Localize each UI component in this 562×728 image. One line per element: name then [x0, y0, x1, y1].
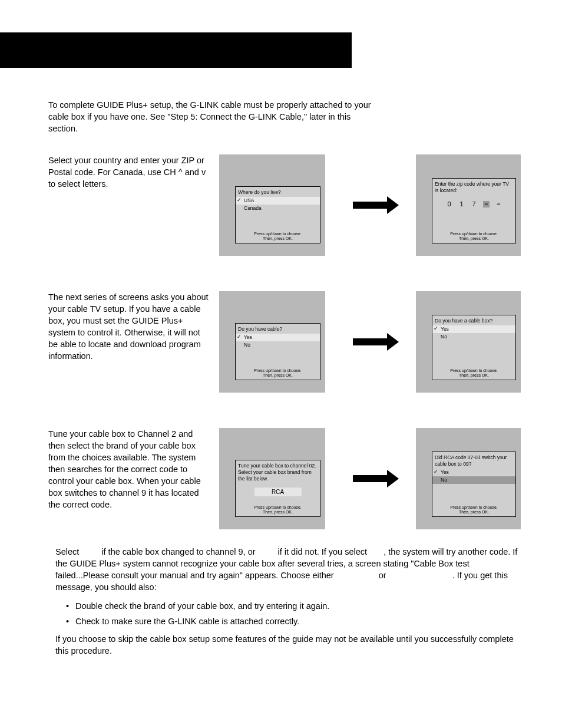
option-no[interactable]: No: [432, 476, 515, 484]
foot-line1: Press up/down to choose.: [236, 232, 320, 236]
screen-have-cablebox: Do you have a cable box? ✓Yes No Press u…: [416, 291, 521, 393]
option-no[interactable]: No: [236, 341, 320, 349]
check-icon: ✓: [434, 469, 438, 475]
step1-screens: Where do you live? ✓USA Canada Press up/…: [219, 154, 521, 256]
dialog-footer: Press up/down to choose. Then, press OK.: [432, 505, 515, 515]
dialog-zipcode: Enter the zip code where your TV is loca…: [432, 178, 516, 243]
foot-line1: Press up/down to choose.: [236, 505, 320, 510]
t: if the cable box changed to channel 9, o…: [101, 547, 255, 556]
screen-code-test: Did RCA code 07-03 switch your cable box…: [416, 428, 521, 529]
zip-digits[interactable]: 0 1 7 = =: [432, 195, 515, 207]
dialog-footer: Press up/down to choose. Then, press OK.: [236, 505, 320, 515]
dialog-footer: Press up/down to choose. Then, press OK.: [432, 368, 515, 378]
final-paragraph: If you choose to skip the cable box setu…: [55, 633, 521, 657]
arrow-right-icon: [353, 338, 388, 345]
foot-line1: Press up/down to choose.: [236, 368, 320, 373]
dialog-question: Do you have a cable box?: [432, 315, 515, 325]
bullet-2: Check to make sure the G-LINK cable is a…: [55, 615, 521, 627]
screen-tune-brand: Tune your cable box to channel 02. Selec…: [219, 428, 325, 529]
screen-have-cable: Do you have cable? ✓Yes No Press up/down…: [219, 291, 325, 393]
option-label: Yes: [441, 469, 449, 475]
arrow-right-icon: [353, 475, 388, 482]
arrow-cell: [325, 202, 416, 209]
dialog-have-cable: Do you have cable? ✓Yes No Press up/down…: [235, 323, 320, 380]
dialog-footer: Press up/down to choose. Then, press OK.: [236, 368, 320, 378]
option-label: No: [441, 334, 447, 340]
option-yes[interactable]: ✓Yes: [432, 325, 515, 333]
step-row-3: Tune your cable box to Channel 2 and the…: [48, 428, 521, 529]
t: or: [379, 571, 386, 580]
body-content: To complete GUIDE Plus+ setup, the G-LIN…: [48, 99, 521, 664]
option-yes[interactable]: ✓Yes: [236, 334, 320, 341]
dialog-question: Enter the zip code where your TV is loca…: [432, 179, 515, 195]
step2-text: The next series of screens asks you abou…: [48, 291, 219, 362]
dialog-footer: Press up/down to choose. Then, press OK.: [236, 232, 320, 241]
dialog-footer: Press up/down to choose. Then, press OK.: [432, 232, 515, 241]
foot-line2: Then, press OK.: [432, 236, 515, 241]
option-label: Canada: [244, 205, 262, 211]
zip-d5: =: [495, 201, 502, 207]
option-canada[interactable]: Canada: [236, 205, 320, 212]
bottom-section: Select if the cable box changed to chann…: [55, 546, 521, 657]
foot-line2: Then, press OK.: [236, 373, 320, 378]
dialog-country: Where do you live? ✓USA Canada Press up/…: [235, 186, 320, 243]
dialog-have-cablebox: Do you have a cable box? ✓Yes No Press u…: [432, 315, 516, 380]
dialog-question: Where do you live?: [236, 187, 320, 197]
foot-line1: Press up/down to choose.: [432, 368, 515, 373]
brand-option[interactable]: RCA: [254, 487, 302, 497]
dialog-tune-brand: Tune your cable box to channel 02. Selec…: [235, 460, 320, 517]
option-yes[interactable]: ✓Yes: [432, 469, 515, 476]
option-label: Yes: [441, 326, 449, 332]
bullet-1: Double check the brand of your cable box…: [55, 600, 521, 612]
check-icon: ✓: [434, 325, 438, 332]
foot-line2: Then, press OK.: [236, 236, 320, 241]
arrow-right-icon: [353, 202, 388, 209]
check-icon: ✓: [237, 197, 242, 203]
arrow-cell: [325, 475, 416, 482]
option-label: No: [244, 342, 250, 348]
option-label: USA: [244, 197, 254, 203]
foot-line2: Then, press OK.: [432, 510, 515, 515]
screen-zipcode: Enter the zip code where your TV is loca…: [416, 154, 521, 256]
step2-screens: Do you have cable? ✓Yes No Press up/down…: [219, 291, 521, 393]
dialog-question: Tune your cable box to channel 02. Selec…: [236, 460, 320, 483]
t: Select: [55, 547, 79, 556]
zip-d3: 7: [471, 201, 477, 207]
step1-text: Select your country and enter your ZIP o…: [48, 154, 219, 190]
t: if it did not. If you select: [278, 547, 368, 556]
screen-country: Where do you live? ✓USA Canada Press up/…: [219, 154, 325, 256]
page: To complete GUIDE Plus+ setup, the G-LIN…: [0, 0, 562, 728]
foot-line1: Press up/down to choose.: [432, 505, 515, 510]
intro-paragraph: To complete GUIDE Plus+ setup, the G-LIN…: [48, 99, 375, 134]
foot-line2: Then, press OK.: [432, 373, 515, 378]
zip-d2: 1: [458, 201, 465, 207]
zip-d4: =: [483, 201, 490, 207]
option-usa[interactable]: ✓USA: [236, 197, 320, 205]
step3-text: Tune your cable box to Channel 2 and the…: [48, 428, 219, 510]
step-row-1: Select your country and enter your ZIP o…: [48, 154, 521, 256]
zip-d1: 0: [446, 201, 452, 207]
check-icon: ✓: [237, 334, 242, 340]
arrow-cell: [325, 338, 416, 345]
result-paragraph: Select if the cable box changed to chann…: [55, 546, 521, 593]
dialog-code-test: Did RCA code 07-03 switch your cable box…: [432, 452, 516, 517]
foot-line1: Press up/down to choose.: [432, 232, 515, 236]
option-label: No: [441, 477, 447, 483]
dialog-question: Did RCA code 07-03 switch your cable box…: [432, 452, 515, 469]
header-blackbar: [0, 32, 352, 68]
step3-screens: Tune your cable box to channel 02. Selec…: [219, 428, 521, 529]
option-no[interactable]: No: [432, 333, 515, 341]
foot-line2: Then, press OK.: [236, 510, 320, 515]
dialog-question: Do you have cable?: [236, 324, 320, 334]
option-label: Yes: [244, 334, 252, 340]
step-row-2: The next series of screens asks you abou…: [48, 291, 521, 393]
